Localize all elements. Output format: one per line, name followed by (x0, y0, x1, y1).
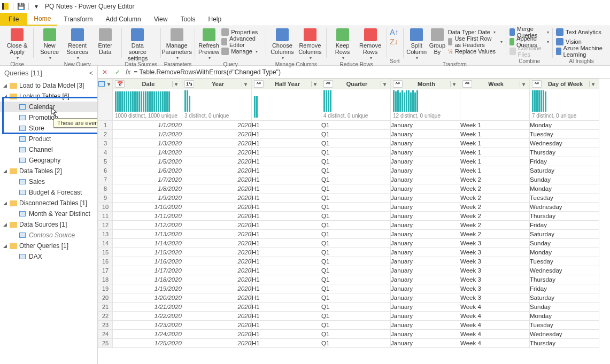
cell-week[interactable]: Week 1 (460, 148, 530, 157)
query-group[interactable]: ◢Data Sources [1] (0, 219, 97, 230)
row-number[interactable]: 16 (98, 257, 113, 266)
cell-date[interactable]: 1/11/2020 (113, 212, 182, 221)
cell-year[interactable]: 2020 (182, 312, 252, 321)
cell-dow[interactable]: Monday (530, 248, 599, 257)
cell-quarter[interactable]: Q1 (321, 193, 391, 203)
row-number[interactable]: 8 (98, 184, 113, 193)
data-row[interactable]: 231/23/20202020H1Q1JanuaryWeek 4Tuesday (98, 321, 599, 330)
cell-week[interactable]: Week 1 (460, 157, 530, 166)
cell-month[interactable]: January (391, 139, 460, 148)
data-row[interactable]: 211/21/20202020H1Q1JanuaryWeek 4Sunday (98, 303, 599, 312)
new-source-button[interactable]: New Source (37, 27, 63, 61)
cell-year[interactable]: 2020 (182, 293, 252, 303)
cell-year[interactable]: 2020 (182, 321, 252, 330)
cell-dow[interactable]: Wednesday (530, 203, 599, 212)
cell-halfyear[interactable]: H1 (252, 203, 321, 212)
collapse-pane-icon[interactable]: < (89, 69, 93, 77)
cell-year[interactable]: 2020 (182, 130, 252, 139)
row-number[interactable]: 3 (98, 139, 113, 148)
cell-month[interactable]: January (391, 157, 460, 166)
row-number[interactable]: 9 (98, 193, 113, 203)
tab-file[interactable]: File (0, 13, 27, 26)
cell-year[interactable]: 2020 (182, 275, 252, 284)
cell-week[interactable]: Week 3 (460, 239, 530, 248)
data-row[interactable]: 251/25/20202020H1Q1JanuaryWeek 4Thursday (98, 339, 599, 348)
cell-week[interactable]: Week 3 (460, 293, 530, 303)
cell-year[interactable]: 2020 (182, 203, 252, 212)
cell-dow[interactable]: Thursday (530, 275, 599, 284)
cell-quarter[interactable]: Q1 (321, 339, 391, 348)
commit-formula-icon[interactable]: ✓ (113, 67, 122, 77)
cell-year[interactable]: 2020 (182, 239, 252, 248)
cell-quarter[interactable]: Q1 (321, 312, 391, 321)
data-row[interactable]: 171/17/20202020H1Q1JanuaryWeek 3Wednesda… (98, 266, 599, 275)
cell-year[interactable]: 2020 (182, 157, 252, 166)
cell-quarter[interactable]: Q1 (321, 166, 391, 175)
cell-dow[interactable]: Monday (530, 312, 599, 321)
data-row[interactable]: 51/5/20202020H1Q1JanuaryWeek 1Friday (98, 157, 599, 166)
cell-dow[interactable]: Tuesday (530, 321, 599, 330)
cell-week[interactable]: Week 4 (460, 312, 530, 321)
remove-rows-button[interactable]: Remove Rows (358, 27, 383, 61)
column-header[interactable]: 1²₃Year▾ (182, 79, 252, 89)
query-group[interactable]: ◢Other Queries [1] (0, 241, 97, 251)
cell-dow[interactable]: Friday (530, 221, 599, 230)
text-analytics-button[interactable]: Text Analytics (556, 27, 607, 37)
refresh-preview-button[interactable]: Refresh Preview (198, 27, 219, 61)
cell-halfyear[interactable]: H1 (252, 230, 321, 239)
row-number[interactable]: 4 (98, 148, 113, 157)
cell-year[interactable]: 2020 (182, 166, 252, 175)
cell-quarter[interactable]: Q1 (321, 239, 391, 248)
cell-date[interactable]: 1/12/2020 (113, 221, 182, 230)
cell-month[interactable]: January (391, 184, 460, 193)
cell-dow[interactable]: Wednesday (530, 139, 599, 148)
filter-icon[interactable]: ▾ (520, 81, 527, 87)
row-number[interactable]: 15 (98, 248, 113, 257)
row-number[interactable]: 2 (98, 130, 113, 139)
cell-date[interactable]: 1/13/2020 (113, 230, 182, 239)
query-group[interactable]: ◢Disconnected Tables [1] (0, 198, 97, 208)
data-row[interactable]: 81/8/20202020H1Q1JanuaryWeek 2Monday (98, 184, 599, 193)
row-number[interactable]: 5 (98, 157, 113, 166)
row-number[interactable]: 19 (98, 284, 113, 293)
cell-week[interactable]: Week 4 (460, 321, 530, 330)
cell-year[interactable]: 2020 (182, 248, 252, 257)
cell-dow[interactable]: Saturday (530, 166, 599, 175)
data-row[interactable]: 191/19/20202020H1Q1JanuaryWeek 3Friday (98, 284, 599, 293)
data-row[interactable]: 101/10/20202020H1Q1JanuaryWeek 2Wednesda… (98, 203, 599, 212)
cell-week[interactable]: Week 1 (460, 139, 530, 148)
column-header[interactable]: ᴬᴮWeek▾ (460, 79, 530, 89)
query-item[interactable]: Calendar (0, 102, 97, 112)
row-number[interactable]: 11 (98, 212, 113, 221)
cell-week[interactable]: Week 1 (460, 121, 530, 130)
cell-halfyear[interactable]: H1 (252, 157, 321, 166)
cell-week[interactable]: Week 3 (460, 257, 530, 266)
query-group[interactable]: ◢Load to Data Model [3] (0, 80, 97, 91)
cell-date[interactable]: 1/23/2020 (113, 321, 182, 330)
cell-quarter[interactable]: Q1 (321, 266, 391, 275)
cell-halfyear[interactable]: H1 (252, 248, 321, 257)
cell-date[interactable]: 1/2/2020 (113, 130, 182, 139)
row-number[interactable]: 20 (98, 293, 113, 303)
datatype-icon[interactable]: ᴬᴮ (462, 80, 472, 88)
cell-week[interactable]: Week 2 (460, 212, 530, 221)
remove-columns-button[interactable]: Remove Columns (297, 27, 323, 61)
cell-week[interactable]: Week 4 (460, 339, 530, 348)
cell-dow[interactable]: Thursday (530, 212, 599, 221)
cell-dow[interactable]: Sunday (530, 303, 599, 312)
expand-icon[interactable]: ◢ (2, 243, 7, 249)
datatype-icon[interactable]: ᴬᴮ (532, 80, 542, 88)
expand-icon[interactable]: ◢ (2, 83, 7, 88)
data-row[interactable]: 71/7/20202020H1Q1JanuaryWeek 2Sunday (98, 175, 599, 184)
cell-month[interactable]: January (391, 239, 460, 248)
cell-month[interactable]: January (391, 303, 460, 312)
data-source-settings-button[interactable]: Data source settings (125, 27, 150, 61)
cell-month[interactable]: January (391, 203, 460, 212)
row-number[interactable]: 12 (98, 221, 113, 230)
cell-month[interactable]: January (391, 175, 460, 184)
cell-month[interactable]: January (391, 284, 460, 293)
cell-month[interactable]: January (391, 166, 460, 175)
cell-week[interactable]: Week 1 (460, 166, 530, 175)
row-number[interactable]: 22 (98, 312, 113, 321)
cell-halfyear[interactable]: H1 (252, 193, 321, 203)
